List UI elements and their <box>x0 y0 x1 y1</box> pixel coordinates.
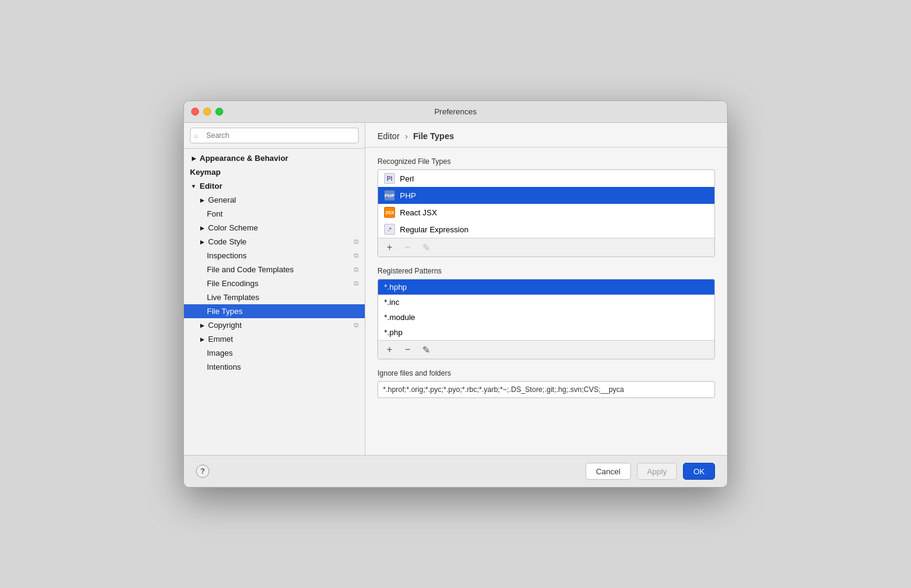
breadcrumb-parent: Editor <box>377 131 400 141</box>
patterns-label: Registered Patterns <box>377 267 715 275</box>
search-wrapper: ⌕ <box>190 128 359 143</box>
sidebar-item-label: Keymap <box>190 168 221 177</box>
pattern-value: *.hphp <box>384 283 407 292</box>
file-type-name: Perl <box>400 174 414 183</box>
ok-button[interactable]: OK <box>683 463 715 480</box>
edit-file-type-button[interactable]: ✎ <box>419 241 433 254</box>
sidebar-item-label: Appearance & Behavior <box>200 154 289 163</box>
arrow-icon <box>198 238 206 246</box>
breadcrumb-current: File Types <box>413 131 454 141</box>
maximize-button[interactable] <box>215 108 223 116</box>
cancel-button[interactable]: Cancel <box>586 463 630 480</box>
sidebar-item-label: Emmet <box>208 335 233 344</box>
add-file-type-button[interactable]: + <box>383 241 396 254</box>
sidebar-item-label: General <box>208 195 236 204</box>
ignore-label: Ignore files and folders <box>377 369 715 377</box>
file-types-toolbar: + − ✎ <box>378 238 714 256</box>
sidebar-item-label: Images <box>207 348 233 358</box>
apply-button[interactable]: Apply <box>637 463 678 480</box>
sidebar-item-label: Live Templates <box>207 293 259 302</box>
file-type-php[interactable]: PHP PHP <box>378 187 714 204</box>
sidebar-item-images[interactable]: Images <box>184 346 365 360</box>
nav-tree: Appearance & Behavior Keymap Editor Gene… <box>184 149 365 455</box>
sidebar-item-label: Code Style <box>208 237 247 246</box>
arrow-icon <box>198 197 206 204</box>
panel-body: Recognized File Types Pl Perl PHP PHP JS… <box>365 148 727 455</box>
add-pattern-button[interactable]: + <box>383 343 396 356</box>
arrow-icon <box>198 336 206 343</box>
patterns-toolbar: + − ✎ <box>378 340 714 359</box>
ignore-section: Ignore files and folders <box>377 369 715 398</box>
file-type-react-jsx[interactable]: JSX React JSX <box>378 204 714 221</box>
sidebar-item-intentions[interactable]: Intentions <box>184 360 365 374</box>
search-icon: ⌕ <box>194 131 198 140</box>
remove-file-type-button[interactable]: − <box>401 241 414 254</box>
recognized-label: Recognized File Types <box>377 157 715 166</box>
sidebar-item-label: Copyright <box>208 321 242 330</box>
footer-buttons: Cancel Apply OK <box>586 463 715 480</box>
sidebar-item-label: File and Code Templates <box>207 265 294 274</box>
arrow-icon <box>190 183 197 190</box>
sidebar-item-file-types[interactable]: File Types <box>184 304 365 318</box>
edit-pattern-button[interactable]: ✎ <box>419 343 433 356</box>
sidebar-item-color-scheme[interactable]: Color Scheme <box>184 221 365 235</box>
sidebar-item-editor[interactable]: Editor <box>184 179 365 193</box>
sidebar-item-file-encodings[interactable]: File Encodings ⧉ <box>184 276 365 290</box>
remove-pattern-button[interactable]: − <box>401 343 414 356</box>
breadcrumb-separator: › <box>405 131 408 141</box>
sidebar-item-label: Color Scheme <box>208 223 258 232</box>
sidebar-item-file-code-templates[interactable]: File and Code Templates ⧉ <box>184 263 365 276</box>
sidebar-item-keymap[interactable]: Keymap <box>184 165 365 179</box>
file-type-name: React JSX <box>400 208 437 217</box>
file-type-perl[interactable]: Pl Perl <box>378 170 714 187</box>
sidebar-item-font[interactable]: Font <box>184 207 365 221</box>
arrow-icon <box>198 224 206 232</box>
sidebar-item-label: File Encodings <box>207 279 258 288</box>
ignore-input[interactable] <box>377 381 715 398</box>
minimize-button[interactable] <box>203 108 211 116</box>
sidebar-item-label: Editor <box>200 181 223 191</box>
sidebar-item-general[interactable]: General <box>184 193 365 207</box>
sidebar-item-inspections[interactable]: Inspections ⧉ <box>184 249 365 263</box>
help-button[interactable]: ? <box>196 465 209 478</box>
sidebar-item-label: File Types <box>207 307 243 316</box>
sidebar-item-label: Font <box>207 209 223 218</box>
sidebar-item-emmet[interactable]: Emmet <box>184 332 365 346</box>
sidebar: ⌕ Appearance & Behavior Keymap Editor <box>184 123 365 455</box>
patterns-list: *.hphp *.inc *.module *.php + <box>377 279 715 359</box>
search-input[interactable] <box>190 128 359 143</box>
pattern-php[interactable]: *.php <box>378 325 714 340</box>
pattern-value: *.module <box>384 313 415 322</box>
sidebar-item-appearance[interactable]: Appearance & Behavior <box>184 151 365 165</box>
sidebar-item-label: Inspections <box>207 251 247 260</box>
sidebar-item-label: Intentions <box>207 362 241 371</box>
pattern-value: *.php <box>384 328 402 337</box>
search-bar: ⌕ <box>184 123 365 149</box>
copy-icon: ⧉ <box>354 252 359 260</box>
copy-icon: ⧉ <box>354 266 359 273</box>
file-types-list: Pl Perl PHP PHP JSX React JSX .* <box>377 169 715 257</box>
preferences-window: Preferences ⌕ Appearance & Behavior Keym… <box>183 100 728 488</box>
sidebar-item-copyright[interactable]: Copyright ⧉ <box>184 318 365 332</box>
php-icon: PHP <box>384 190 395 201</box>
window-title: Preferences <box>434 107 477 116</box>
sidebar-item-live-templates[interactable]: Live Templates <box>184 290 365 304</box>
breadcrumb: Editor › File Types <box>377 131 715 141</box>
perl-icon: Pl <box>384 173 395 184</box>
panel-header: Editor › File Types <box>365 123 727 148</box>
arrow-icon <box>198 322 206 329</box>
sidebar-item-code-style[interactable]: Code Style ⧉ <box>184 235 365 249</box>
copy-icon: ⧉ <box>354 279 359 287</box>
regex-icon: .* <box>384 224 395 235</box>
jsx-icon: JSX <box>384 207 395 218</box>
pattern-hphp[interactable]: *.hphp <box>378 279 714 295</box>
pattern-inc[interactable]: *.inc <box>378 295 714 310</box>
pattern-module[interactable]: *.module <box>378 310 714 325</box>
file-type-regex[interactable]: .* Regular Expression <box>378 221 714 238</box>
patterns-section: Registered Patterns *.hphp *.inc *.modul… <box>377 267 715 359</box>
close-button[interactable] <box>191 108 199 116</box>
file-type-name: Regular Expression <box>400 225 468 234</box>
pattern-value: *.inc <box>384 298 399 307</box>
titlebar: Preferences <box>184 101 727 123</box>
copy-icon: ⧉ <box>354 321 359 329</box>
